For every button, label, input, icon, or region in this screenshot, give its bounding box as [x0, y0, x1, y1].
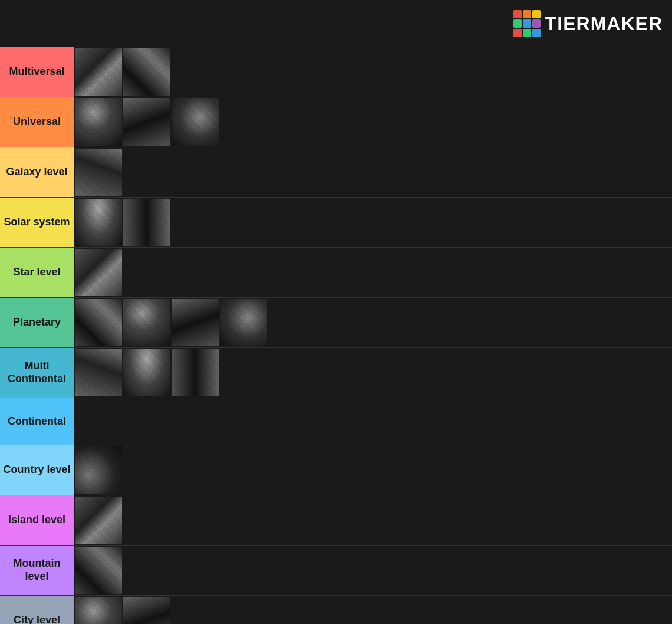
tier-card-multiversal-0 [75, 48, 122, 96]
tier-content-galaxy-level [74, 147, 672, 197]
tier-card-city-level-0 [75, 597, 122, 624]
tier-label-city-level: City level [0, 596, 74, 624]
tier-label-multiversal: Multiversal [0, 47, 74, 97]
card-pattern [75, 48, 122, 96]
logo-cell-3 [513, 19, 522, 28]
tier-content-country-level [74, 445, 672, 495]
tier-card-galaxy-level-0 [75, 149, 122, 196]
tier-row-multi-continental: Multi Continental [0, 348, 672, 398]
tier-row-city-level: City level [0, 596, 672, 624]
card-pattern [75, 149, 122, 196]
card-pattern [75, 249, 122, 296]
tier-card-multiversal-1 [123, 48, 170, 96]
tier-card-planetary-1 [123, 299, 170, 346]
logo-cell-7 [523, 29, 531, 37]
tier-card-solar-system-0 [75, 199, 122, 246]
tier-card-multi-continental-0 [75, 349, 122, 396]
tier-list: MultiversalUniversalGalaxy levelSolar sy… [0, 47, 672, 624]
tier-content-planetary [74, 298, 672, 347]
tier-card-star-level-0 [75, 249, 122, 296]
logo-cell-5 [532, 19, 541, 28]
card-pattern [75, 547, 122, 594]
tier-content-mountain-level [74, 546, 672, 595]
tier-card-universal-1 [123, 98, 170, 146]
tier-card-island-level-0 [75, 497, 122, 544]
tier-label-multi-continental: Multi Continental [0, 348, 74, 398]
tier-row-continental: Continental [0, 398, 672, 445]
tier-card-planetary-0 [75, 299, 122, 346]
tier-row-star-level: Star level [0, 248, 672, 298]
tier-content-multiversal [74, 47, 672, 97]
logo-cell-8 [532, 29, 541, 37]
tier-row-planetary: Planetary [0, 298, 672, 348]
card-pattern [75, 446, 122, 494]
tier-content-universal [74, 97, 672, 147]
tier-content-island-level [74, 495, 672, 545]
tier-card-city-level-1 [123, 597, 170, 624]
card-pattern [75, 349, 122, 396]
card-pattern [123, 199, 170, 246]
card-pattern [123, 597, 170, 624]
tier-card-planetary-2 [172, 299, 219, 346]
tier-row-multiversal: Multiversal [0, 47, 672, 97]
tier-content-multi-continental [74, 348, 672, 398]
tier-card-multi-continental-2 [172, 349, 219, 396]
card-pattern [75, 199, 122, 246]
tier-label-planetary: Planetary [0, 298, 74, 347]
card-pattern [75, 299, 122, 346]
logo-cell-6 [513, 29, 522, 37]
tier-card-solar-system-1 [123, 199, 170, 246]
logo-cell-0 [513, 10, 522, 18]
tier-content-star-level [74, 248, 672, 297]
card-pattern [172, 98, 219, 146]
header: TiERMAKER [0, 0, 672, 47]
tier-label-solar-system: Solar system [0, 198, 74, 247]
tier-row-galaxy-level: Galaxy level [0, 147, 672, 198]
logo-cell-2 [532, 10, 541, 18]
tier-row-mountain-level: Mountain level [0, 546, 672, 596]
tier-label-mountain-level: Mountain level [0, 546, 74, 595]
tier-card-mountain-level-0 [75, 547, 122, 594]
tier-card-universal-2 [172, 98, 219, 146]
tier-label-island-level: Island level [0, 495, 74, 545]
card-pattern [75, 497, 122, 544]
card-pattern [123, 48, 170, 96]
logo-text: TiERMAKER [545, 13, 663, 35]
tier-card-universal-0 [75, 98, 122, 146]
tier-row-universal: Universal [0, 97, 672, 147]
tier-label-continental: Continental [0, 398, 74, 445]
tiermaker-logo: TiERMAKER [513, 10, 663, 37]
card-pattern [123, 98, 170, 146]
tier-card-multi-continental-1 [123, 349, 170, 396]
tier-card-planetary-3 [220, 299, 267, 346]
tier-row-solar-system: Solar system [0, 198, 672, 248]
tier-content-solar-system [74, 198, 672, 247]
card-pattern [75, 98, 122, 146]
tier-label-country-level: Country level [0, 445, 74, 495]
tier-content-continental [74, 398, 672, 445]
tier-label-universal: Universal [0, 97, 74, 147]
card-pattern [123, 299, 170, 346]
card-pattern [123, 349, 170, 396]
card-pattern [172, 299, 219, 346]
tier-content-city-level [74, 596, 672, 624]
logo-cell-4 [523, 19, 531, 28]
logo-grid-icon [513, 10, 541, 37]
tier-row-country-level: Country level [0, 445, 672, 495]
card-pattern [75, 597, 122, 624]
tier-row-island-level: Island level [0, 495, 672, 546]
tier-label-galaxy-level: Galaxy level [0, 147, 74, 197]
tier-card-country-level-0 [75, 446, 122, 494]
tier-label-star-level: Star level [0, 248, 74, 297]
card-pattern [172, 349, 219, 396]
logo-cell-1 [523, 10, 531, 18]
card-pattern [220, 299, 267, 346]
